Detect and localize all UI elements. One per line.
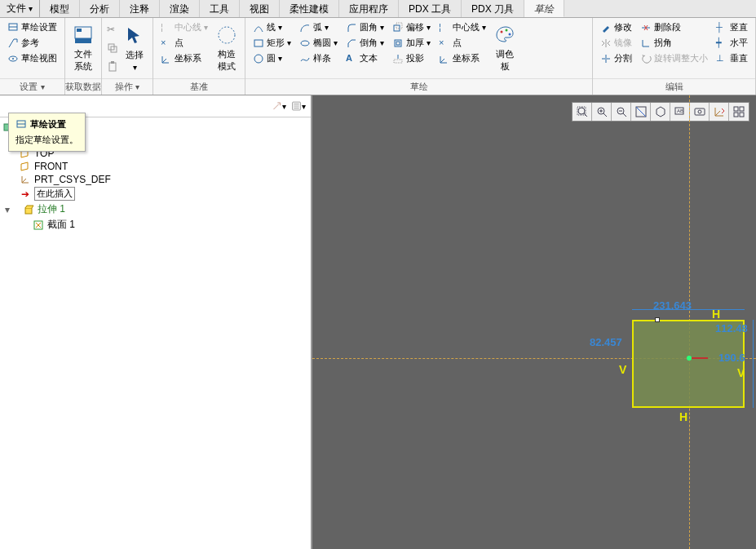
annotation-display-button[interactable]: AB (670, 103, 690, 121)
fillet-button[interactable]: 圆角▾ (343, 20, 387, 35)
csys-button[interactable]: 坐标系 (158, 51, 210, 66)
modify-button[interactable]: 修改 (598, 20, 634, 35)
arc-button[interactable]: 弧▾ (297, 20, 340, 35)
tree-extrude[interactable]: ▾拉伸 1 (3, 201, 307, 217)
refit-button[interactable] (631, 103, 651, 121)
corner-button[interactable]: 拐角 (638, 35, 710, 51)
arc-icon (299, 22, 311, 33)
filesystem-icon (72, 24, 95, 46)
ribbon-group-operate-label[interactable]: 操作 ▾ (102, 78, 153, 95)
corner-icon (640, 38, 652, 49)
tab-app[interactable]: 应用程序 (339, 0, 399, 17)
svg-rect-16 (395, 40, 401, 46)
tab-analysis[interactable]: 分析 (80, 0, 120, 17)
dropdown-icon: ▾ (29, 4, 33, 13)
rotate-resize-button[interactable]: 旋转调整大小 (638, 51, 710, 66)
thicken-icon (392, 38, 404, 49)
tab-flex[interactable]: 柔性建模 (280, 0, 339, 17)
sketch-view-icon (7, 53, 19, 64)
ribbon-group-edit: 修改 镜像 分割 删除段 拐角 旋转调整大小 ┼竖直 ┿水平 ⊥垂直 编辑 (593, 18, 756, 95)
dim-right2[interactable]: 190.6 (718, 352, 745, 364)
tree-insert-here[interactable]: ➔在此插入 (3, 186, 307, 201)
offset-button[interactable]: 偏移▾ (390, 20, 433, 35)
centerline2-icon: ¦ (439, 22, 450, 33)
ellipse-button[interactable]: 椭圆▾ (297, 35, 340, 51)
dim-right1[interactable]: 112.48 (715, 322, 748, 334)
tab-render[interactable]: 渲染 (160, 0, 200, 17)
tab-annotate[interactable]: 注释 (120, 0, 160, 17)
split-button[interactable]: 分割 (598, 51, 634, 66)
sketch-settings-icon (7, 22, 19, 33)
tree-plane-front[interactable]: FRONT (3, 160, 307, 173)
sketch-view-button[interactable]: 草绘视图 (5, 51, 60, 66)
text-button[interactable]: A文本 (343, 51, 387, 66)
centerline2-button[interactable]: ¦中心线▾ (436, 20, 489, 35)
delete-seg-button[interactable]: 删除段 (638, 20, 710, 35)
display-style-button[interactable] (651, 103, 670, 121)
view-manager-button[interactable] (729, 103, 749, 121)
circle-button[interactable]: 圆▾ (250, 51, 294, 66)
tree-settings-button[interactable]: ▾ (272, 99, 286, 113)
centerline-button[interactable]: ¦中心线▾ (158, 20, 210, 35)
datum-display-button[interactable] (710, 103, 729, 121)
paste-icon[interactable] (107, 61, 118, 73)
reference-button[interactable]: 参考 (5, 35, 60, 51)
filesystem-button[interactable]: 文件 系统 (69, 20, 98, 77)
main-area: ▾ ▾ PRT0001.PRT RIGHT TOP FRONT PRT_CSYS… (0, 95, 756, 549)
horizontal-button[interactable]: ┿水平 (714, 35, 750, 51)
vertical-button[interactable]: ┼竖直 (714, 20, 750, 35)
tab-model[interactable]: 模型 (40, 0, 80, 17)
chamfer-button[interactable]: 倒角▾ (343, 35, 387, 51)
project-button[interactable]: 投影 (390, 51, 433, 66)
perpendicular-button[interactable]: ⊥垂直 (714, 51, 750, 66)
spline-icon (299, 53, 311, 64)
rect-button[interactable]: 矩形▾ (250, 35, 294, 51)
spline-button[interactable]: 样条 (297, 51, 340, 66)
point-button[interactable]: ×点 (158, 35, 210, 51)
dim-top[interactable]: 231.643 (653, 299, 692, 312)
constraint-h-bottom: H (679, 410, 687, 423)
reference-icon (7, 38, 19, 49)
csys-tree-icon (20, 174, 31, 185)
mirror-button[interactable]: 镜像 (598, 35, 634, 51)
svg-point-35 (698, 110, 701, 113)
tab-tools[interactable]: 工具 (200, 0, 240, 17)
saved-views-button[interactable] (690, 103, 710, 121)
sketch-settings-button[interactable]: 草绘设置 (5, 20, 60, 35)
expander-icon[interactable]: ▾ (3, 204, 11, 215)
tree-section[interactable]: 截面 1 (3, 217, 307, 232)
copy-icon[interactable] (107, 42, 118, 54)
zoom-fit-button[interactable] (573, 103, 592, 121)
ribbon-group-settings-label[interactable]: 设置 ▾ (0, 78, 64, 95)
tab-pdx-tools[interactable]: PDX 工具 (399, 0, 462, 17)
thicken-button[interactable]: 加厚▾ (390, 35, 433, 51)
select-button[interactable]: 选择▾ (120, 20, 149, 77)
sketch-viewport[interactable]: AB 231.643 82.457 112.48 190.6 H H V V (312, 95, 756, 549)
svg-rect-34 (695, 108, 705, 115)
fillet-icon (346, 22, 357, 33)
zoom-in-button[interactable] (592, 103, 612, 121)
cut-icon[interactable]: ✂ (107, 24, 118, 35)
line-button[interactable]: 线▾ (250, 20, 294, 35)
tab-sketch[interactable]: 草绘 (524, 0, 564, 17)
palette-button[interactable]: 调色 板 (490, 20, 519, 77)
ribbon-group-getdata-label: 获取数据 (65, 78, 101, 95)
tab-view[interactable]: 视图 (240, 0, 280, 17)
svg-point-12 (254, 55, 263, 63)
dim-left[interactable]: 82.457 (590, 336, 622, 348)
construct-mode-button[interactable]: 构造 模式 (212, 20, 241, 77)
tab-pdx-cutter[interactable]: PDX 刀具 (462, 0, 524, 17)
dim-line-right (753, 320, 754, 408)
select-arrow-icon (123, 24, 146, 47)
tree-csys[interactable]: PRT_CSYS_DEF (3, 173, 307, 186)
horizontal-icon: ┿ (716, 38, 727, 49)
zoom-out-button[interactable] (612, 103, 631, 121)
csys-icon (161, 53, 172, 64)
point2-button[interactable]: ×点 (436, 35, 489, 51)
handle-top[interactable] (655, 317, 660, 322)
file-menu[interactable]: 文件 ▾ (0, 0, 40, 17)
tooltip-title-text: 草绘设置 (30, 118, 66, 131)
rect-icon (253, 38, 264, 49)
tree-show-button[interactable]: ▾ (291, 99, 306, 113)
csys2-button[interactable]: 坐标系 (436, 51, 489, 66)
